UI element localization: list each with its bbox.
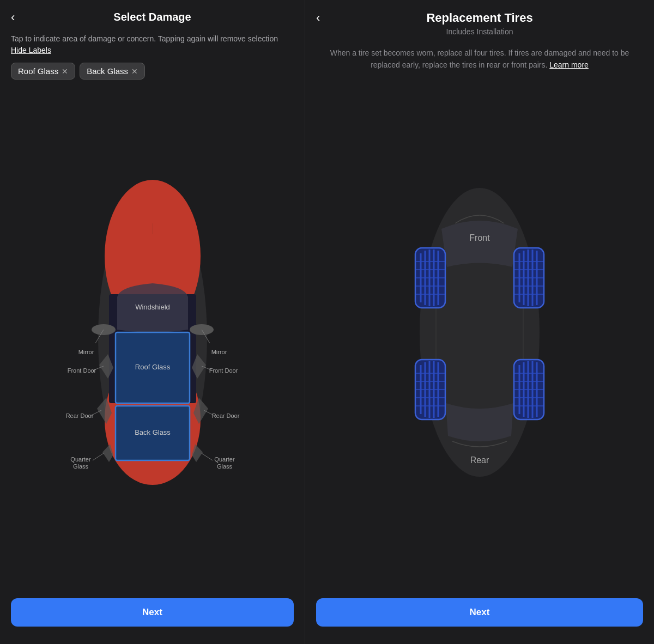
svg-text:Glass: Glass bbox=[216, 463, 232, 470]
right-subtitle: Includes Installation bbox=[314, 27, 645, 36]
replacement-tires-panel: ‹ Replacement Tires Includes Installatio… bbox=[305, 0, 654, 644]
learn-more-link[interactable]: Learn more bbox=[549, 60, 589, 69]
left-header: ‹ Select Damage bbox=[0, 0, 305, 29]
svg-text:Mirror: Mirror bbox=[211, 349, 227, 355]
car-svg-wrapper: Windshield Roof Glass Back Glass Mirror … bbox=[65, 169, 240, 507]
tag-row: Roof Glass ✕ Back Glass ✕ bbox=[0, 63, 305, 86]
svg-text:Rear: Rear bbox=[470, 455, 489, 465]
tires-svg-wrapper: Front Rear bbox=[387, 174, 572, 490]
right-header: ‹ Replacement Tires Includes Installatio… bbox=[305, 0, 654, 40]
svg-text:Mirror: Mirror bbox=[78, 349, 94, 355]
left-back-button[interactable]: ‹ bbox=[11, 11, 15, 23]
svg-line-20 bbox=[202, 453, 213, 460]
svg-text:Front Door: Front Door bbox=[67, 367, 96, 374]
remove-roof-glass-icon[interactable]: ✕ bbox=[62, 67, 68, 76]
svg-text:Back Glass: Back Glass bbox=[135, 428, 171, 436]
right-back-button[interactable]: ‹ bbox=[316, 11, 320, 25]
svg-text:Glass: Glass bbox=[72, 463, 88, 470]
left-next-button[interactable]: Next bbox=[11, 598, 294, 627]
remove-back-glass-icon[interactable]: ✕ bbox=[131, 67, 138, 76]
left-title: Select Damage bbox=[113, 11, 191, 23]
svg-text:Front: Front bbox=[469, 233, 490, 242]
svg-text:Quarter: Quarter bbox=[214, 456, 235, 463]
svg-line-19 bbox=[93, 453, 104, 460]
svg-text:Roof Glass: Roof Glass bbox=[135, 363, 170, 371]
right-next-button[interactable]: Next bbox=[316, 598, 643, 627]
right-description: When a tire set becomes worn, replace al… bbox=[305, 40, 654, 76]
select-damage-panel: ‹ Select Damage Tap to indicate area of … bbox=[0, 0, 305, 644]
instruction-text: Tap to indicate area of damage or concer… bbox=[0, 29, 305, 63]
right-title: Replacement Tires bbox=[314, 11, 645, 25]
car-diagram-area: Windshield Roof Glass Back Glass Mirror … bbox=[0, 86, 305, 590]
svg-text:Rear Door: Rear Door bbox=[211, 412, 239, 419]
tag-back-glass[interactable]: Back Glass ✕ bbox=[80, 63, 145, 80]
svg-text:Front Door: Front Door bbox=[209, 367, 238, 374]
tires-diagram-area: Front Rear bbox=[305, 76, 654, 590]
hide-labels-link[interactable]: Hide Labels bbox=[11, 46, 51, 54]
svg-text:Rear Door: Rear Door bbox=[65, 412, 93, 419]
tag-roof-glass[interactable]: Roof Glass ✕ bbox=[11, 63, 75, 80]
svg-text:Quarter: Quarter bbox=[70, 456, 91, 463]
svg-text:Windshield: Windshield bbox=[135, 303, 170, 311]
